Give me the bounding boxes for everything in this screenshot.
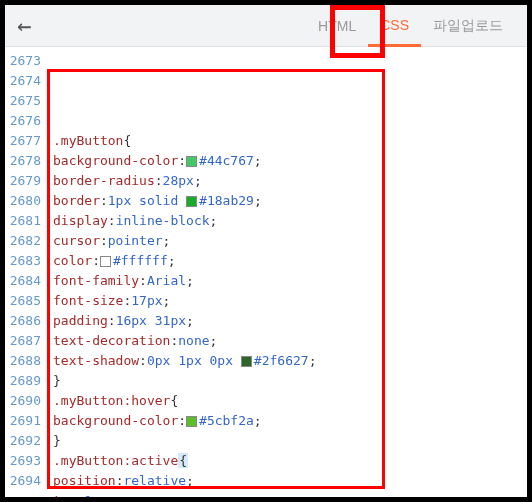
- code-line: .myButton:active {: [53, 451, 527, 471]
- code-line: border:1px solid #18ab29;: [53, 191, 527, 211]
- line-number: 2677: [5, 131, 41, 151]
- code-area[interactable]: .myButton { background-color:#44c767; bo…: [45, 47, 527, 497]
- back-arrow-icon[interactable]: ←: [17, 12, 31, 40]
- code-line: position:relative;: [53, 471, 527, 491]
- line-number: 2684: [5, 271, 41, 291]
- line-number: 2673: [5, 51, 41, 71]
- line-number: 2694: [5, 471, 41, 491]
- line-number: 2676: [5, 111, 41, 131]
- code-line: font-size:17px;: [53, 291, 527, 311]
- code-line: cursor:pointer;: [53, 231, 527, 251]
- line-number: 2685: [5, 291, 41, 311]
- code-line: top:1px;: [53, 491, 527, 502]
- code-line: text-shadow:0px 1px 0px #2f6627;: [53, 351, 527, 371]
- tab-upload[interactable]: 파일업로드: [421, 5, 515, 46]
- line-number: 2689: [5, 371, 41, 391]
- code-line: .myButton:hover {: [53, 391, 527, 411]
- line-number: 2690: [5, 391, 41, 411]
- line-number: 2679: [5, 171, 41, 191]
- code-line: display:inline-block;: [53, 211, 527, 231]
- line-number: 2674: [5, 71, 41, 91]
- line-number: 2688: [5, 351, 41, 371]
- line-number: 2680: [5, 191, 41, 211]
- code-line: font-family:Arial;: [53, 271, 527, 291]
- app-frame: ← HTML CSS 파일업로드 26732674267526762677267…: [0, 0, 532, 502]
- tabs: HTML CSS 파일업로드: [306, 5, 515, 46]
- editor: 2673267426752676267726782679268026812682…: [5, 47, 527, 497]
- line-number: 2682: [5, 231, 41, 251]
- line-number: 2686: [5, 311, 41, 331]
- code-line: background-color:#44c767;: [53, 151, 527, 171]
- line-number: 2693: [5, 451, 41, 471]
- code-line: color:#ffffff;: [53, 251, 527, 271]
- code-line: background-color:#5cbf2a;: [53, 411, 527, 431]
- code-line: [53, 111, 527, 131]
- header: ← HTML CSS 파일업로드: [5, 5, 527, 47]
- line-gutter: 2673267426752676267726782679268026812682…: [5, 47, 45, 497]
- tab-css[interactable]: CSS: [368, 6, 421, 47]
- code-line: }: [53, 431, 527, 451]
- line-number: 2687: [5, 331, 41, 351]
- code-line: }: [53, 371, 527, 391]
- code-line: .myButton {: [53, 131, 527, 151]
- line-number: 2691: [5, 411, 41, 431]
- line-number: 2692: [5, 431, 41, 451]
- line-number: 2675: [5, 91, 41, 111]
- code-line: padding:16px 31px;: [53, 311, 527, 331]
- line-number: 2683: [5, 251, 41, 271]
- tab-html[interactable]: HTML: [306, 5, 368, 46]
- line-number: 2681: [5, 211, 41, 231]
- code-line: text-decoration:none;: [53, 331, 527, 351]
- line-number: 2678: [5, 151, 41, 171]
- code-line: border-radius:28px;: [53, 171, 527, 191]
